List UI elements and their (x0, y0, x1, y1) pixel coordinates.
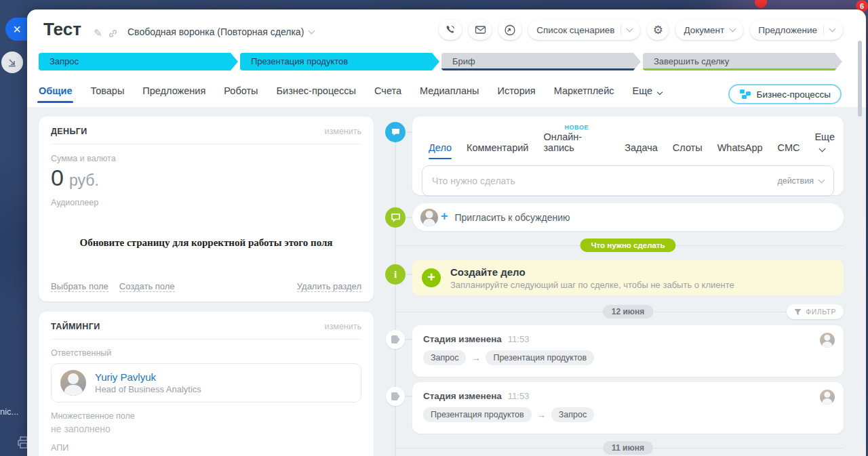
document-button[interactable]: Документ (675, 20, 743, 40)
scenarios-button[interactable]: Список сценариев (528, 20, 640, 40)
api-field-label: АПИ (51, 443, 361, 453)
stage-change-icon (386, 330, 405, 349)
todo-input[interactable] (432, 175, 777, 186)
slider-collapse-button[interactable] (1, 51, 23, 73)
tab-invoices[interactable]: Счета (374, 85, 401, 103)
pipeline-selector[interactable]: Свободная воронка (Повторная сделка) (127, 26, 314, 37)
chat-forward-icon (504, 24, 516, 36)
plus-icon (441, 209, 448, 224)
gear-icon (653, 23, 663, 37)
responsible-label: Ответственный (51, 348, 361, 358)
feed-tab-sms[interactable]: СМС (778, 142, 800, 159)
chevron-down-icon (730, 26, 736, 33)
actions-dropdown[interactable]: действия (777, 176, 824, 186)
pipeline-label: Свободная воронка (Повторная сделка) (127, 26, 304, 37)
create-activity-hint: Создайте дело Запланируйте следующий шаг… (412, 260, 844, 295)
stage-brief[interactable]: Бриф (441, 53, 641, 70)
invite-label: Пригласить к обсуждению (455, 212, 570, 223)
chevron-down-icon (819, 146, 826, 152)
responsible-user-card[interactable]: Yuriy Pavlyuk Head of Business Analytics (51, 363, 361, 402)
responsible-name-link[interactable]: Yuriy Pavlyuk (95, 371, 201, 383)
chevron-down-icon (309, 28, 315, 35)
invite-to-discussion[interactable]: Пригласить к обсуждению (412, 203, 844, 231)
money-section: ДЕНЬГИ изменить Сумма и валюта 0руб. Ауд… (39, 117, 374, 302)
feed-tab-online-booking[interactable]: НОВОЕ Онлайн-запись (543, 131, 610, 159)
amount-value[interactable]: 0руб. (51, 165, 361, 191)
call-button[interactable] (439, 20, 462, 40)
business-processes-button[interactable]: Бизнес-процессы (728, 84, 842, 104)
stage-zapros[interactable]: Запрос (39, 53, 238, 70)
stage-to-pill: Запрос (551, 407, 594, 422)
settings-button[interactable] (647, 20, 669, 40)
feed-tab-activity[interactable]: Дело (429, 142, 452, 159)
stage-from-pill: Запрос (423, 350, 466, 365)
stage-to-pill: Презентация продуктов (486, 350, 594, 365)
hint-subtitle: Запланируйте следующий шаг по сделке, чт… (450, 280, 734, 290)
tab-robots[interactable]: Роботы (224, 85, 258, 103)
tab-products[interactable]: Товары (90, 85, 124, 103)
money-section-title: ДЕНЬГИ (51, 127, 87, 136)
feed-tab-task[interactable]: Задача (625, 142, 658, 159)
copy-link-icon[interactable] (108, 28, 118, 39)
collapse-arrow-icon (7, 58, 17, 67)
amount-field-label: Сумма и валюта (51, 154, 361, 163)
entry-time: 11:53 (508, 391, 530, 401)
multi-field-label: Множественное поле (51, 411, 361, 421)
create-field-link[interactable]: Создать поле (119, 281, 175, 292)
stage-close-deal[interactable]: Завершить сделку (643, 53, 842, 70)
chat-button[interactable] (498, 20, 521, 40)
hint-title: Создайте дело (450, 266, 734, 278)
edit-title-icon[interactable] (94, 27, 102, 39)
tab-history[interactable]: История (497, 85, 535, 103)
funnel-icon (794, 308, 802, 316)
filter-button[interactable]: ФИЛЬТР (787, 304, 844, 319)
slider-close-button[interactable] (5, 18, 28, 41)
feed-tab-whatsapp[interactable]: WhatsApp (717, 142, 763, 159)
mail-icon (475, 25, 486, 35)
divider (620, 25, 621, 35)
select-field-link[interactable]: Выбрать поле (51, 281, 108, 292)
avatar (420, 209, 438, 226)
deal-title: Тест (43, 19, 81, 40)
date-badge: 11 июня (603, 441, 653, 455)
timings-edit-link[interactable]: изменить (325, 322, 361, 331)
chevron-down-icon (627, 26, 633, 33)
offer-button[interactable]: Предложение (750, 20, 843, 40)
document-label: Документ (684, 25, 724, 35)
flowchart-icon (739, 89, 751, 100)
entry-time: 11:53 (508, 334, 530, 344)
feed-tab-more[interactable]: Еще (814, 131, 844, 159)
info-icon (385, 264, 406, 285)
tab-general[interactable]: Общие (39, 85, 72, 103)
tab-marketplace[interactable]: Маркетплейс (554, 85, 614, 103)
bp-button-label: Бизнес-процессы (757, 89, 831, 100)
feed-tab-comment[interactable]: Комментарий (467, 142, 528, 159)
feed-tab-slots[interactable]: Слоты (673, 142, 703, 159)
timeline-entry[interactable]: Стадия изменена 11:53 Презентация продук… (412, 382, 844, 434)
scrollbar[interactable] (858, 41, 862, 117)
timings-section-title: ТАЙМИНГИ (51, 322, 100, 331)
email-button[interactable] (469, 20, 492, 40)
tab-offers[interactable]: Предложения (142, 85, 205, 103)
offer-label: Предложение (758, 25, 817, 35)
pipeline-stage-bar: Запрос Презентация продуктов Бриф Заверш… (39, 53, 842, 70)
add-activity-button[interactable] (422, 268, 441, 287)
tab-mediaplans[interactable]: Медиапланы (420, 85, 479, 103)
entry-title: Стадия изменена (423, 334, 502, 344)
stage-presentation[interactable]: Презентация продуктов (240, 53, 439, 70)
new-badge: НОВОЕ (564, 124, 589, 131)
todo-marker-badge[interactable]: Что нужно сделать (580, 239, 675, 252)
todo-composer: действия (422, 165, 834, 196)
timeline-entry[interactable]: Стадия изменена 11:53 Запрос Презентация… (412, 325, 844, 377)
delete-section-link[interactable]: Удалить раздел (297, 281, 361, 292)
timings-section: ТАЙМИНГИ изменить Ответственный Yuriy Pa… (39, 312, 374, 456)
discussion-chat-icon (385, 207, 406, 228)
multi-field-value[interactable]: не заполнено (51, 423, 361, 434)
entry-title: Стадия изменена (423, 391, 502, 401)
tab-business-processes[interactable]: Бизнес-процессы (277, 85, 357, 103)
avatar (60, 370, 86, 396)
phone-icon (445, 24, 456, 35)
money-edit-link[interactable]: изменить (325, 127, 361, 136)
chevron-down-icon (818, 177, 825, 184)
tab-more[interactable]: Еще (633, 85, 663, 103)
